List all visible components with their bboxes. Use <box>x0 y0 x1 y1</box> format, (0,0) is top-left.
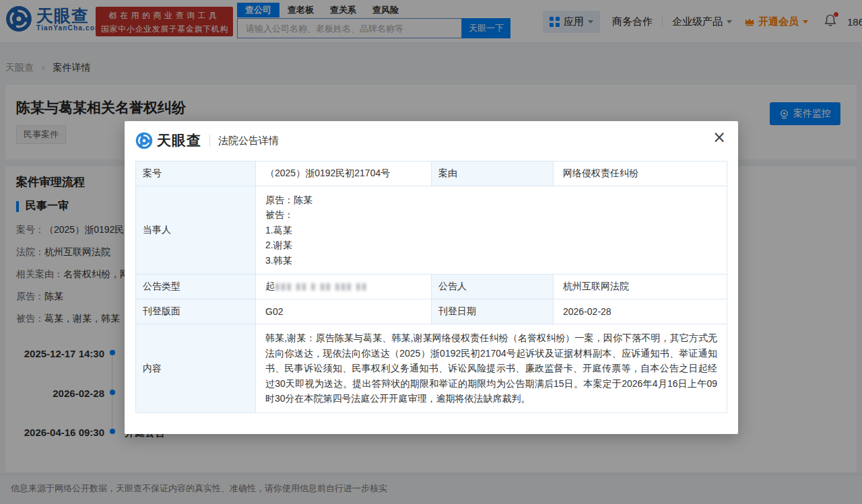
table-row: 案号 （2025）浙0192民初21704号 案由 网络侵权责任纠纷 <box>136 161 727 186</box>
modal-brand: 天眼查 <box>157 131 201 150</box>
redacted-text: ▮▮▮ ▮▮ ▮ ▮▮ ▮▮▮ ▮▮ <box>275 281 368 291</box>
announcement-type-label: 公告类型 <box>136 275 256 299</box>
publish-page-label: 刊登版面 <box>136 299 256 324</box>
content-label: 内容 <box>136 324 256 413</box>
announcer-value: 杭州互联网法院 <box>554 275 727 299</box>
close-icon[interactable]: × <box>712 129 726 145</box>
parties-label: 当事人 <box>136 186 256 275</box>
publish-page-value: G02 <box>256 299 432 324</box>
publish-date-label: 刊登日期 <box>432 299 554 324</box>
publish-date-value: 2026-02-28 <box>554 299 727 324</box>
table-row: 内容 韩某,谢某：原告陈某与葛某、韩某,谢某网络侵权责任纠纷（名誉权纠纷）一案，… <box>136 324 727 413</box>
modal-header: 天眼查 法院公告详情 <box>125 121 738 158</box>
case-number-label: 案号 <box>136 161 256 186</box>
announcement-detail-table: 案号 （2025）浙0192民初21704号 案由 网络侵权责任纠纷 当事人 原… <box>135 161 727 413</box>
cause-value: 网络侵权责任纠纷 <box>554 161 727 186</box>
announcer-label: 公告人 <box>432 275 554 299</box>
tianyancha-logo-icon <box>135 132 153 149</box>
table-row: 刊登版面 G02 刊登日期 2026-02-28 <box>136 299 727 324</box>
announcement-type-value: 起▮▮▮ ▮▮ ▮ ▮▮ ▮▮▮ ▮▮ <box>256 275 432 299</box>
cause-label: 案由 <box>432 161 554 186</box>
content-value: 韩某,谢某：原告陈某与葛某、韩某,谢某网络侵权责任纠纷（名誉权纠纷）一案，因你下… <box>256 324 727 413</box>
table-row: 公告类型 起▮▮▮ ▮▮ ▮ ▮▮ ▮▮▮ ▮▮ 公告人 杭州互联网法院 <box>136 275 727 299</box>
table-row: 当事人 原告：陈某 被告： 1.葛某 2.谢某 3.韩某 <box>136 186 727 275</box>
modal-title: 法院公告详情 <box>218 135 279 147</box>
court-announcement-modal: 天眼查 法院公告详情 × 案号 （2025）浙0192民初21704号 案由 网… <box>125 121 738 434</box>
parties-value: 原告：陈某 被告： 1.葛某 2.谢某 3.韩某 <box>256 186 727 275</box>
modal-brand-divider <box>209 135 210 147</box>
case-number-value: （2025）浙0192民初21704号 <box>256 161 432 186</box>
